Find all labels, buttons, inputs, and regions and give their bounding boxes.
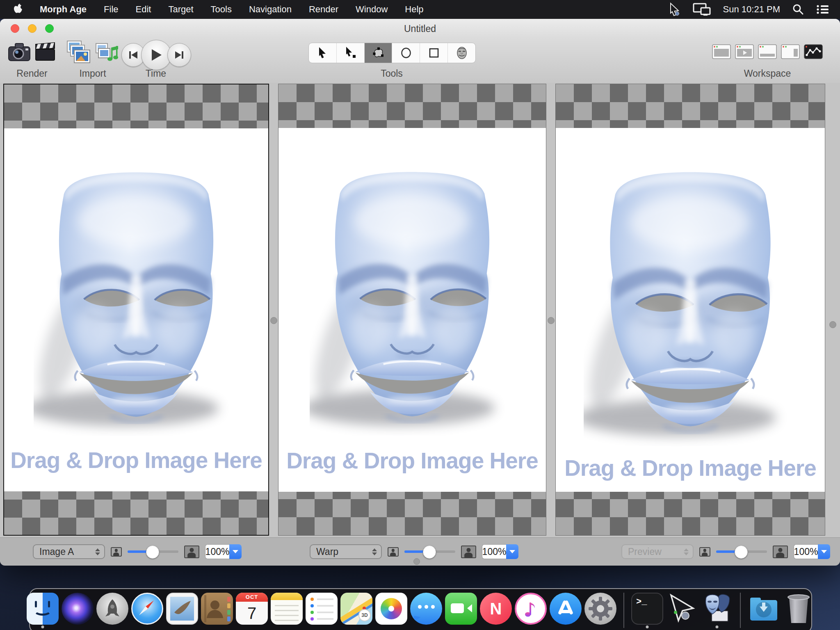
image-a-zoom-field[interactable]: 100% (205, 544, 229, 559)
finder-icon (27, 593, 59, 625)
pointer-utility-icon (666, 593, 698, 625)
image-a-canvas[interactable]: Drag & Drop Image Here (4, 128, 268, 491)
dock-safari[interactable] (131, 593, 163, 625)
dock-messages[interactable] (410, 593, 442, 625)
menu-target[interactable]: Target (160, 0, 202, 19)
dock-morph-age[interactable] (701, 593, 733, 625)
face-tool-button[interactable] (448, 43, 475, 63)
splitter-handle-right[interactable] (829, 321, 836, 328)
dock-mail[interactable] (166, 593, 198, 625)
render-group-label: Render (7, 68, 57, 79)
warp-zoom-field[interactable]: 100% (482, 544, 506, 559)
menu-render[interactable]: Render (300, 0, 347, 19)
workspace-curves-view-button[interactable] (804, 44, 823, 61)
preview-scale-slider[interactable] (716, 546, 767, 558)
dock-finder[interactable] (27, 593, 59, 625)
dock-siri[interactable] (62, 593, 94, 625)
music-icon (515, 593, 547, 625)
dock-contacts[interactable] (201, 593, 233, 625)
warp-scale-slider[interactable] (404, 546, 455, 558)
dock-maps[interactable]: 3D (340, 593, 372, 625)
dock-trash[interactable] (783, 593, 815, 625)
title-bar[interactable]: Untitled (0, 19, 840, 38)
dock-pointer-utility[interactable] (666, 593, 698, 625)
preview-zoom-field[interactable]: 100% (794, 544, 818, 559)
preview-zoom-menu-button[interactable] (818, 544, 830, 559)
image-a-mode-select[interactable]: Image A (33, 544, 105, 559)
dock-news[interactable]: N (480, 593, 512, 625)
slider-knob[interactable] (146, 546, 159, 559)
preview-view[interactable]: Drag & Drop Image Here (555, 84, 825, 536)
notification-list-icon[interactable] (816, 4, 829, 15)
dock-downloads[interactable] (748, 593, 780, 625)
screen-mirroring-menu-icon[interactable] (693, 3, 711, 16)
bottom-splitter-handle[interactable] (413, 558, 420, 565)
pointer-utility-menu-icon[interactable] (667, 2, 680, 16)
launchpad-icon (96, 593, 128, 625)
menu-help[interactable]: Help (396, 0, 432, 19)
dock-launchpad[interactable] (96, 593, 128, 625)
go-to-end-button[interactable] (167, 43, 191, 67)
dock-notes[interactable] (271, 593, 303, 625)
dock-appstore[interactable] (550, 593, 582, 625)
large-image-icon (184, 546, 199, 558)
spotlight-search-icon[interactable] (792, 4, 804, 15)
image-a-zoom-menu-button[interactable] (229, 544, 242, 559)
direct-select-tool-button[interactable] (337, 43, 365, 63)
warp-canvas[interactable]: Drag & Drop Image Here (278, 128, 546, 492)
menu-window[interactable]: Window (347, 0, 396, 19)
news-icon: N (480, 593, 512, 625)
workspace-inspector-view-button[interactable] (781, 44, 800, 61)
splitter-handle-1[interactable] (270, 317, 277, 324)
mask-warp (310, 144, 515, 436)
dock-reminders[interactable] (306, 593, 338, 625)
workspace-player-view-button[interactable] (735, 44, 754, 61)
dock-system-preferences[interactable] (584, 593, 616, 625)
import-images-button[interactable] (65, 40, 91, 66)
apple-menu-icon[interactable] (0, 4, 31, 15)
calendar-icon: OCT 7 (236, 593, 268, 625)
menu-file[interactable]: File (95, 0, 127, 19)
warp-zoom-menu-button[interactable] (506, 544, 518, 559)
calendar-day-label: 7 (236, 602, 268, 625)
warp-view[interactable]: Drag & Drop Image Here (278, 84, 546, 536)
warp-mode-select[interactable]: Warp (310, 544, 382, 559)
menu-edit[interactable]: Edit (127, 0, 160, 19)
render-movie-button[interactable] (7, 40, 31, 65)
image-a-scale-slider[interactable] (128, 546, 178, 558)
updown-chevron-icon (372, 548, 377, 555)
import-media-button[interactable] (94, 40, 118, 65)
menu-app-name[interactable]: Morph Age (31, 0, 95, 19)
downloads-folder-icon (748, 593, 780, 625)
rectangle-tool-button[interactable] (420, 43, 448, 63)
render-clapperboard-button[interactable] (34, 40, 57, 65)
play-button[interactable] (141, 40, 171, 70)
workspace-timeline-view-button[interactable] (758, 44, 777, 61)
slider-knob[interactable] (735, 546, 748, 559)
drop-hint-preview: Drag & Drop Image Here (556, 455, 825, 481)
oval-tool-button[interactable] (392, 43, 420, 63)
dock-facetime[interactable] (445, 593, 477, 625)
workspace-buttons (712, 44, 823, 61)
running-indicator (41, 625, 44, 628)
image-a-view[interactable]: Drag & Drop Image Here (3, 84, 269, 536)
select-tool-button[interactable] (309, 43, 337, 63)
dock-calendar[interactable]: OCT 7 (236, 593, 268, 625)
tools-group-label: Tools (308, 68, 475, 79)
preview-canvas[interactable]: Drag & Drop Image Here (556, 128, 825, 492)
dock-terminal[interactable]: >_ (631, 593, 663, 625)
splitter-handle-2[interactable] (548, 317, 555, 324)
menu-navigation[interactable]: Navigation (240, 0, 300, 19)
running-indicator (716, 625, 719, 628)
dock-photos[interactable] (375, 593, 407, 625)
trash-icon (783, 593, 815, 625)
chevron-down-icon (821, 550, 827, 553)
menu-clock[interactable]: Sun 10:21 PM (723, 4, 780, 15)
preview-mode-select[interactable]: Preview (621, 544, 694, 559)
workspace-single-view-button[interactable] (712, 44, 731, 61)
window-title: Untitled (0, 19, 840, 39)
dock-music[interactable] (515, 593, 547, 625)
slider-knob[interactable] (423, 546, 436, 559)
menu-tools[interactable]: Tools (202, 0, 240, 19)
warp-curve-tool-button[interactable] (365, 43, 393, 63)
